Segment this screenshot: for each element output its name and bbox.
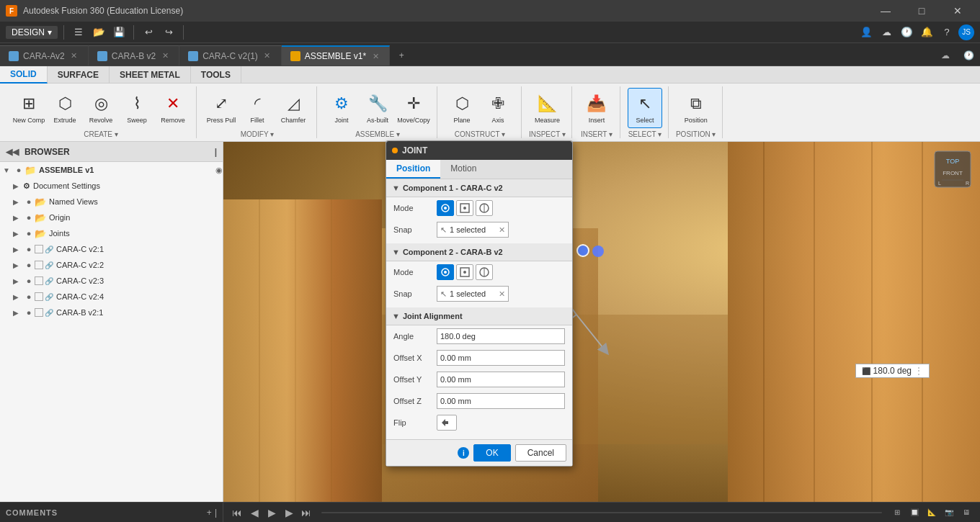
open-button[interactable]: 📂 <box>90 24 107 41</box>
grid-btn[interactable]: ⊞ <box>889 505 905 521</box>
tab-cara-cv21[interactable]: CARA-C v2(1) ✕ <box>179 45 282 66</box>
tree-item-assemble-root[interactable]: ▼ ● 📁 ASSEMBLE v1 ◉ <box>0 162 223 178</box>
notifications-button[interactable]: 🔔 <box>918 24 935 41</box>
display-btn[interactable]: 🖥 <box>958 505 974 521</box>
new-button[interactable]: ☰ <box>70 24 87 41</box>
axis-btn[interactable]: ✙ Axis <box>481 88 515 128</box>
minimize-button[interactable]: — <box>869 0 902 22</box>
tree-eye-root[interactable]: ● <box>13 166 24 174</box>
section-header-comp1[interactable]: ▼ Component 1 - CARA-C v2 <box>386 179 572 197</box>
alignment-offsety-input[interactable] <box>437 372 565 387</box>
tree-item-doc-settings[interactable]: ▶ ⚙ Document Settings <box>0 178 223 194</box>
cloud-button[interactable]: ☁ <box>878 24 895 41</box>
tab-assemble-v1[interactable]: ASSEMBLE v1* ✕ <box>282 45 390 66</box>
chamfer-btn[interactable]: ◿ Chamfer <box>276 88 311 128</box>
section1-mode-btn-2[interactable] <box>456 200 473 216</box>
snap-btn[interactable]: 🔲 <box>906 505 922 521</box>
plane-btn[interactable]: ⬡ Plane <box>445 88 479 128</box>
press-pull-btn[interactable]: ⤢ Press Pull <box>204 88 239 128</box>
viewport[interactable]: ⬛ 180.0 deg ⋮ TOP FRONT L R <box>223 142 980 502</box>
measure-btn[interactable]: 📐 Measure <box>530 88 564 128</box>
section1-mode-btn-1[interactable] <box>437 200 454 216</box>
measure-bottom-btn[interactable]: 📐 <box>924 505 940 521</box>
tree-item-cara-c-v2-3[interactable]: ▶ ● 🔗 CARA-C v2:3 <box>0 273 223 289</box>
tree-eye-cara-c2[interactable]: ● <box>23 261 35 269</box>
tab-cloud-button[interactable]: ☁ <box>934 45 957 66</box>
tree-eye-origin[interactable]: ● <box>23 213 35 222</box>
dialog-cancel-button[interactable]: Cancel <box>515 444 566 462</box>
tab-history-button[interactable]: 🕐 <box>957 45 980 66</box>
playback-next-btn[interactable]: ▶ <box>281 505 297 521</box>
tree-eye-cara-c3[interactable]: ● <box>23 276 35 285</box>
ribbon-tab-tools[interactable]: TOOLS <box>191 66 241 84</box>
section-header-comp2[interactable]: ▼ Component 2 - CARA-B v2 <box>386 243 572 261</box>
tree-item-origin[interactable]: ▶ ● 📂 Origin <box>0 210 223 225</box>
tree-item-cara-c-v2-1[interactable]: ▶ ● 🔗 CARA-C v2:1 <box>0 241 223 257</box>
tab-close-cara-av2[interactable]: ✕ <box>69 51 79 61</box>
joint-dialog-header[interactable]: JOINT <box>386 141 572 160</box>
select-btn[interactable]: ↖ Select <box>628 88 662 128</box>
revolve-btn[interactable]: ◎ Revolve <box>84 88 118 128</box>
tab-add-button[interactable]: + <box>390 45 413 66</box>
section2-mode-btn-3[interactable] <box>476 264 493 280</box>
tree-eye-cara-b1[interactable]: ● <box>23 308 35 317</box>
camera-btn[interactable]: 📷 <box>941 505 957 521</box>
joint-btn[interactable]: ⚙ Joint <box>324 88 359 128</box>
ribbon-tab-sheet-metal[interactable]: SHEET METAL <box>110 66 191 84</box>
comments-collapse-btn[interactable]: | <box>215 508 217 518</box>
undo-button[interactable]: ↩ <box>140 24 157 41</box>
as-built-joint-btn[interactable]: 🔧 As-built <box>360 88 395 128</box>
alignment-offsetx-input[interactable] <box>437 350 565 366</box>
playback-play-btn[interactable]: ▶ <box>264 505 280 521</box>
titlebar-controls[interactable]: — □ ✕ <box>869 0 974 22</box>
fillet-btn[interactable]: ◜ Fillet <box>240 88 275 128</box>
sweep-btn[interactable]: ⌇ Sweep <box>120 88 154 128</box>
tree-eye-named-views[interactable]: ● <box>23 197 35 206</box>
tree-item-joints[interactable]: ▶ ● 📂 Joints <box>0 225 223 241</box>
dialog-tab-motion[interactable]: Motion <box>440 160 486 179</box>
tab-close-assemble-v1[interactable]: ✕ <box>370 51 380 61</box>
section2-snap-field[interactable]: ↖ 1 selected ✕ <box>437 286 509 302</box>
section2-mode-btn-1[interactable] <box>437 264 454 280</box>
section2-mode-btn-2[interactable] <box>456 264 473 280</box>
tree-item-cara-c-v2-4[interactable]: ▶ ● 🔗 CARA-C v2:4 <box>0 289 223 305</box>
section-header-alignment[interactable]: ▼ Joint Alignment <box>386 307 572 325</box>
extrude-btn[interactable]: ⬡ Extrude <box>48 88 82 128</box>
alignment-offsetz-input[interactable] <box>437 393 565 409</box>
tree-eye-cara-c4[interactable]: ● <box>23 292 35 301</box>
tree-item-named-views[interactable]: ▶ ● 📂 Named Views <box>0 194 223 210</box>
angle-display-more[interactable]: ⋮ <box>914 366 923 376</box>
browser-expand-icon[interactable]: | <box>215 147 217 157</box>
dialog-tab-position[interactable]: Position <box>386 160 440 179</box>
ribbon-tab-surface[interactable]: SURFACE <box>48 66 110 84</box>
position-btn[interactable]: ⧉ Position <box>679 88 713 128</box>
tree-item-cara-c-v2-2[interactable]: ▶ ● 🔗 CARA-C v2:2 <box>0 257 223 273</box>
tab-cara-bv2[interactable]: CARA-B v2 ✕ <box>89 45 179 66</box>
tree-visibility-btn[interactable]: ◉ <box>215 166 223 175</box>
playback-last-btn[interactable]: ⏭ <box>298 505 314 521</box>
section1-snap-clear[interactable]: ✕ <box>499 225 505 235</box>
timeline-bar[interactable] <box>321 512 882 513</box>
playback-prev-btn[interactable]: ◀ <box>246 505 262 521</box>
comments-add-btn[interactable]: + <box>207 508 212 518</box>
user-button[interactable]: JS <box>958 24 974 40</box>
playback-first-btn[interactable]: ⏮ <box>229 505 245 521</box>
browser-collapse-icon[interactable]: ◀◀ <box>6 147 19 157</box>
alignment-angle-input[interactable] <box>437 328 565 344</box>
dialog-ok-button[interactable]: OK <box>473 444 510 462</box>
account-button[interactable]: 👤 <box>858 24 875 41</box>
tab-cara-av2[interactable]: CARA-Av2 ✕ <box>0 45 89 66</box>
save-button[interactable]: 💾 <box>110 24 128 41</box>
insert-btn[interactable]: 📥 Insert <box>579 88 614 128</box>
view-cube[interactable]: TOP FRONT L R <box>931 148 974 191</box>
section1-snap-field[interactable]: ↖ 1 selected ✕ <box>437 222 509 238</box>
maximize-button[interactable]: □ <box>905 0 938 22</box>
help-button[interactable]: ? <box>938 24 956 41</box>
section2-snap-clear[interactable]: ✕ <box>499 289 505 299</box>
close-button[interactable]: ✕ <box>941 0 974 22</box>
move-copy-btn[interactable]: ✛ Move/Copy <box>396 88 431 128</box>
tab-close-cara-bv2[interactable]: ✕ <box>160 51 170 61</box>
tree-item-cara-b-v2-1[interactable]: ▶ ● 🔗 CARA-B v2:1 <box>0 305 223 320</box>
new-component-btn[interactable]: ⊞ New Comp <box>12 88 46 128</box>
tab-close-cara-cv21[interactable]: ✕ <box>262 51 272 61</box>
